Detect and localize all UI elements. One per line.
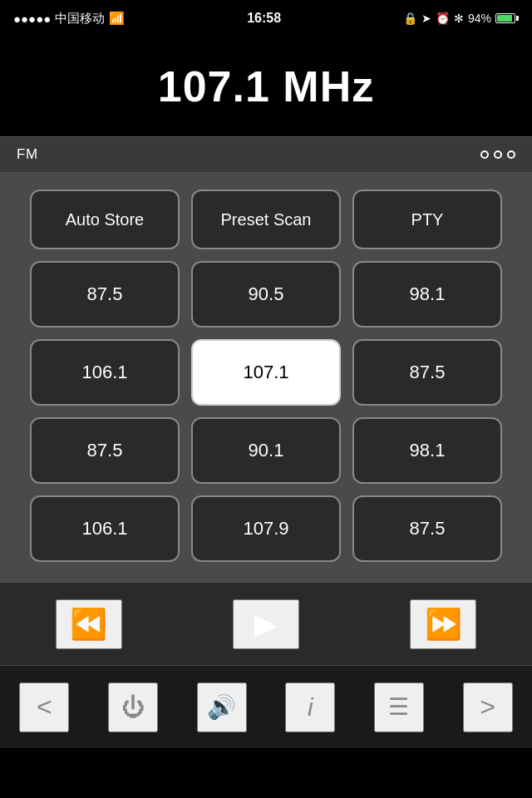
carrier-name: 中国移动 [55, 11, 105, 27]
top-button-row: Auto Store Preset Scan PTY [17, 190, 515, 249]
clock: 16:58 [247, 11, 281, 26]
preset-btn-p3[interactable]: 98.1 [352, 261, 502, 328]
status-bar: ●●●●● 中国移动 📶 16:58 🔒 ➤ ⏰ ✻ 94% [0, 0, 532, 37]
rewind-button[interactable]: ⏪ [56, 599, 122, 649]
tab-fm-label[interactable]: FM [17, 146, 38, 163]
preset-scan-button[interactable]: Preset Scan [191, 190, 341, 249]
preset-btn-p12[interactable]: 87.5 [352, 495, 502, 562]
location-icon: ➤ [421, 12, 431, 25]
status-left: ●●●●● 中国移动 📶 [13, 11, 125, 27]
signal-dots: ●●●●● [13, 12, 51, 26]
preset-btn-p5[interactable]: 107.1 [191, 339, 341, 406]
play-button[interactable]: ▶ [233, 599, 299, 649]
preset-btn-p8[interactable]: 90.1 [191, 417, 341, 484]
tab-dot-2[interactable] [494, 150, 502, 159]
volume-button[interactable]: 🔊 [197, 682, 247, 732]
lock-icon: 🔒 [403, 12, 417, 25]
preset-row-3: 87.5 90.1 98.1 [17, 417, 515, 484]
prev-button[interactable]: < [19, 682, 69, 732]
preset-btn-p2[interactable]: 90.5 [191, 261, 341, 328]
frequency-value: 107.1 MHz [158, 62, 374, 111]
playback-bar: ⏪ ▶ ⏩ [0, 582, 532, 665]
bottom-nav: < ⏻ 🔊 i ☰ > [0, 665, 532, 748]
pty-button[interactable]: PTY [352, 190, 502, 249]
forward-button[interactable]: ⏩ [410, 599, 476, 649]
preset-row-2: 106.1 107.1 87.5 [17, 339, 515, 406]
battery-pct: 94% [468, 12, 491, 25]
preset-btn-p4[interactable]: 106.1 [30, 339, 180, 406]
battery-icon [495, 13, 519, 23]
tab-bar: FM [0, 136, 532, 173]
alarm-icon: ⏰ [436, 12, 450, 25]
preset-row-4: 106.1 107.9 87.5 [17, 495, 515, 562]
wifi-icon: 📶 [109, 11, 125, 26]
main-panel: Auto Store Preset Scan PTY 87.5 90.5 98.… [0, 173, 532, 582]
auto-store-button[interactable]: Auto Store [30, 190, 180, 249]
freq-display: 107.1 MHz [0, 37, 532, 136]
preset-btn-p9[interactable]: 98.1 [352, 417, 502, 484]
preset-btn-p6[interactable]: 87.5 [352, 339, 502, 406]
preset-row-1: 87.5 90.5 98.1 [17, 261, 515, 328]
status-right: 🔒 ➤ ⏰ ✻ 94% [403, 12, 519, 25]
menu-button[interactable]: ☰ [374, 682, 424, 732]
next-button[interactable]: > [463, 682, 513, 732]
tab-dots [480, 150, 515, 159]
preset-btn-p7[interactable]: 87.5 [30, 417, 180, 484]
preset-btn-p11[interactable]: 107.9 [191, 495, 341, 562]
info-button[interactable]: i [285, 682, 335, 732]
tab-dot-1[interactable] [480, 150, 489, 159]
power-button[interactable]: ⏻ [108, 682, 158, 732]
tab-dot-3[interactable] [507, 150, 515, 159]
preset-btn-p10[interactable]: 106.1 [30, 495, 180, 562]
preset-btn-p1[interactable]: 87.5 [30, 261, 180, 328]
bluetooth-icon: ✻ [454, 12, 464, 25]
